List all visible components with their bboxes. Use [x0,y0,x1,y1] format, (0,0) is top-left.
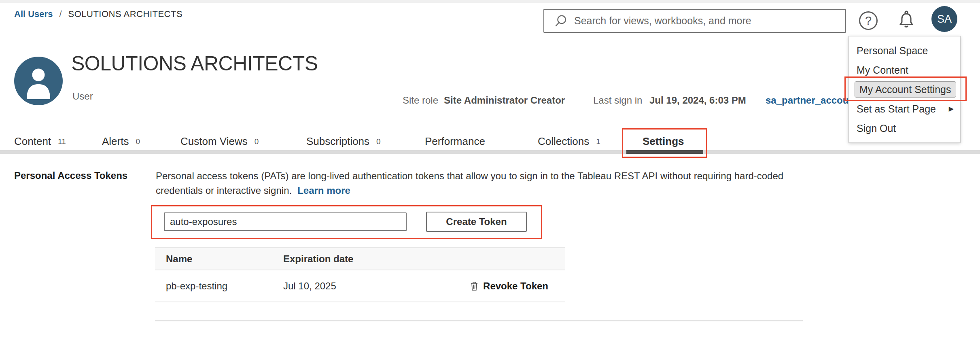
page-title: SOLUTIONS ARCHITECTS [71,52,318,75]
tab-collections-label: Collections [538,135,589,148]
pat-description-line2: credentials or interactive signin. [156,185,292,196]
tab-content[interactable]: Content 11 [14,135,66,148]
tab-alerts-label: Alerts [102,135,129,148]
tab-settings-label: Settings [643,135,684,148]
tab-collections-count: 1 [596,137,600,150]
search-box[interactable] [543,9,846,33]
breadcrumb-separator: / [59,9,62,19]
menu-item-personal-space[interactable]: Personal Space [849,41,960,60]
site-role-value: Site Administrator Creator [444,95,565,106]
tab-performance[interactable]: Performance [425,135,485,148]
tab-alerts-count: 0 [136,137,140,150]
pat-description: Personal access tokens (PATs) are long-l… [156,169,807,198]
pat-section-heading: Personal Access Tokens [14,170,127,181]
menu-item-my-account-settings-slot: My Account Settings [849,80,960,99]
breadcrumb-all-users-link[interactable]: All Users [14,9,53,19]
pat-description-line1: Personal access tokens (PATs) are long-l… [156,170,783,181]
tab-bar-track [0,150,980,154]
profile-avatar [14,57,63,105]
token-table-header: Name Expiration date [155,247,565,270]
revoke-token-label: Revoke Token [483,280,548,292]
notifications-bell-icon[interactable] [896,10,917,31]
revoke-token-button[interactable]: Revoke Token [469,280,548,292]
tab-content-count: 11 [58,137,66,150]
menu-item-sign-out[interactable]: Sign Out [849,119,960,138]
tab-custom-views-count: 0 [255,137,259,150]
menu-item-my-account-settings[interactable]: My Account Settings [855,81,956,98]
top-edge-strip [0,0,980,3]
person-icon [14,57,63,105]
token-name-cell: pb-exp-testing [166,280,227,292]
tab-subscriptions[interactable]: Subscriptions 0 [306,135,381,148]
table-row: pb-exp-testing Jul 10, 2025 Revoke Token [155,270,565,302]
token-name-input[interactable] [164,212,407,231]
last-sign-in-label: Last sign in [593,95,642,106]
menu-item-my-content[interactable]: My Content [849,60,960,80]
tab-custom-views-label: Custom Views [180,135,248,148]
breadcrumb: All Users / SOLUTIONS ARCHITECTS [14,9,182,19]
tab-settings[interactable]: Settings [643,135,684,148]
search-icon [554,14,568,28]
help-icon[interactable]: ? [859,11,878,30]
submenu-caret-icon: ▶ [949,99,954,119]
tab-subscriptions-count: 0 [376,137,381,150]
create-token-button[interactable]: Create Token [426,212,527,232]
token-table: Name Expiration date pb-exp-testing Jul … [155,247,565,302]
token-expiration-cell: Jul 10, 2025 [283,280,336,292]
user-type-label: User [72,91,93,102]
tab-custom-views[interactable]: Custom Views 0 [180,135,259,148]
section-divider [155,320,803,321]
tab-subscriptions-label: Subscriptions [306,135,369,148]
page: All Users / SOLUTIONS ARCHITECTS ? SA Pe… [0,0,980,344]
learn-more-link[interactable]: Learn more [297,185,350,196]
tab-collections[interactable]: Collections 1 [538,135,600,148]
column-header-expiration: Expiration date [283,253,353,265]
account-username-link[interactable]: sa_partner_accou [766,95,848,106]
user-account-menu: Personal Space My Content My Account Set… [848,36,961,143]
menu-item-set-as-start-page-label: Set as Start Page [857,103,936,115]
selected-tab-underline [626,150,703,154]
last-sign-in-value: Jul 19, 2024, 6:03 PM [649,95,746,106]
tab-content-label: Content [14,135,51,148]
trash-icon [469,281,479,291]
user-avatar[interactable]: SA [931,6,957,32]
breadcrumb-current: SOLUTIONS ARCHITECTS [68,9,183,19]
menu-item-set-as-start-page[interactable]: Set as Start Page ▶ [849,99,960,119]
column-header-name: Name [166,253,192,265]
search-input[interactable] [574,15,845,27]
tab-alerts[interactable]: Alerts 0 [102,135,140,148]
site-role-label: Site role [403,95,438,106]
tab-performance-label: Performance [425,135,485,148]
